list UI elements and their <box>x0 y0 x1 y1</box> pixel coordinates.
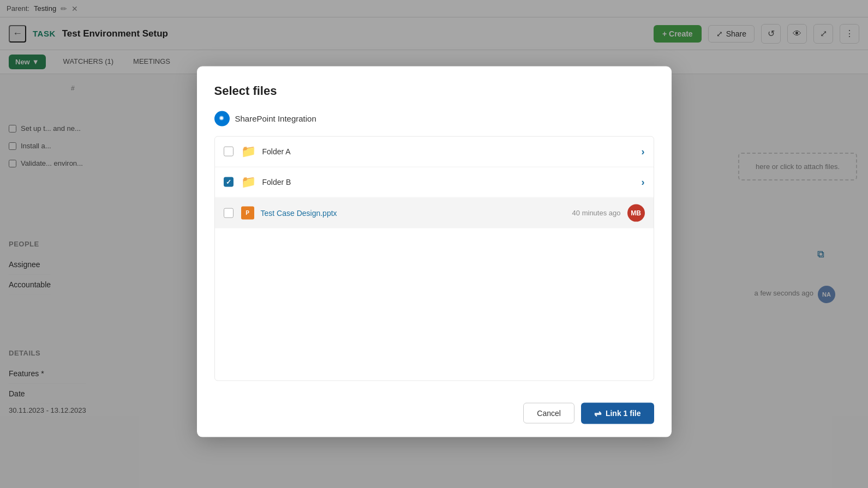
folder-b-chevron[interactable]: › <box>642 176 645 188</box>
sharepoint-label: SharePoint Integration <box>235 114 316 123</box>
folder-b-item[interactable]: 📁 Folder B › <box>215 167 654 197</box>
folder-b-icon: 📁 <box>241 175 256 189</box>
select-files-modal: Select files SharePoint Integration 📁 Fo… <box>197 66 672 437</box>
pptx-icon: P <box>241 206 254 219</box>
pptx-checkbox[interactable] <box>224 208 234 218</box>
pptx-meta: 40 minutes ago <box>572 209 621 217</box>
folder-a-item[interactable]: 📁 Folder A › <box>215 136 654 167</box>
folder-a-icon: 📁 <box>241 144 256 159</box>
folder-b-checkbox[interactable] <box>224 177 234 187</box>
link-button[interactable]: ⇌ Link 1 file <box>581 402 654 424</box>
pptx-file-item[interactable]: P Test Case Design.pptx 40 minutes ago M… <box>215 197 654 228</box>
folder-b-name: Folder B <box>262 178 642 186</box>
link-icon: ⇌ <box>594 408 601 418</box>
file-list: 📁 Folder A › 📁 Folder B › P Test Case De… <box>214 136 654 381</box>
svg-point-2 <box>220 117 223 119</box>
modal-title: Select files <box>214 83 654 98</box>
folder-a-name: Folder A <box>262 147 642 156</box>
sharepoint-icon <box>214 111 230 126</box>
folder-a-checkbox[interactable] <box>224 147 234 156</box>
modal-footer: Cancel ⇌ Link 1 file <box>214 394 654 424</box>
pptx-file-name: Test Case Design.pptx <box>261 208 572 217</box>
folder-a-chevron[interactable]: › <box>642 146 645 157</box>
link-label: Link 1 file <box>606 409 641 418</box>
sharepoint-header: SharePoint Integration <box>214 111 654 126</box>
cancel-button[interactable]: Cancel <box>523 403 574 424</box>
pptx-avatar: MB <box>627 204 645 221</box>
